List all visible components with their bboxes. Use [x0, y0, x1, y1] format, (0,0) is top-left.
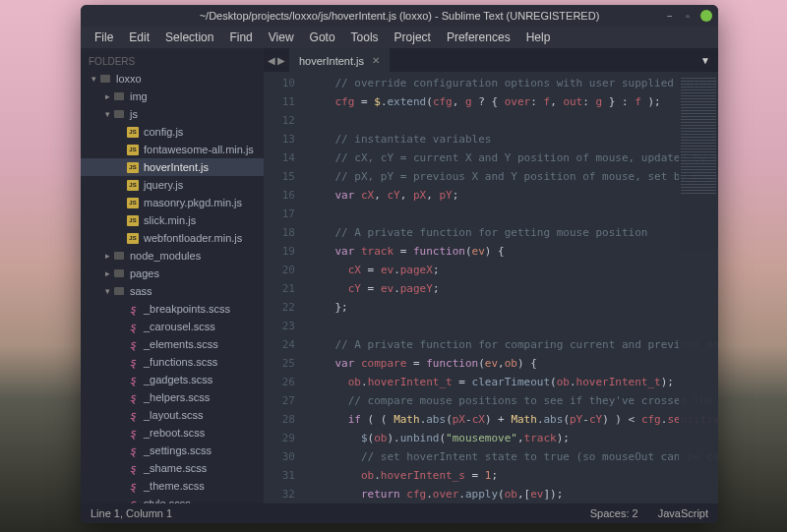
tree-file-_theme-scss[interactable]: _theme.scss — [81, 477, 264, 495]
tab-prev-icon[interactable]: ◀ — [268, 55, 275, 66]
code-line[interactable]: // set hoverIntent state to true (so mou… — [309, 447, 718, 466]
menu-goto[interactable]: Goto — [302, 28, 343, 47]
content-area: FOLDERS▾loxxo▸img▾jsconfig.jsfontawesome… — [81, 48, 718, 503]
tree-folder-js[interactable]: ▾js — [81, 105, 264, 123]
chevron-right-icon[interactable]: ▸ — [102, 268, 112, 278]
sass-file-icon — [126, 444, 140, 456]
folder-icon — [112, 108, 126, 120]
tree-file-_gadgets-scss[interactable]: _gadgets.scss — [81, 371, 264, 388]
minimap[interactable] — [679, 72, 718, 503]
app-window: ~/Desktop/projects/loxxo/js/hoverIntent.… — [81, 5, 718, 523]
code-line[interactable] — [309, 317, 718, 335]
code-line[interactable]: $(ob).unbind("mousemove",track); — [309, 429, 718, 447]
tree-file-_settings-scss[interactable]: _settings.scss — [81, 442, 264, 459]
sass-file-icon — [126, 480, 140, 492]
sass-file-icon — [126, 303, 140, 315]
menu-preferences[interactable]: Preferences — [439, 28, 518, 47]
code-line[interactable]: // A private function for getting mouse … — [309, 223, 718, 242]
line-number: 15 — [264, 167, 295, 186]
line-number: 14 — [264, 148, 295, 167]
tree-file-_carousel-scss[interactable]: _carousel.scss — [81, 318, 264, 335]
chevron-down-icon[interactable]: ▾ — [89, 74, 98, 84]
tree-file-_elements-scss[interactable]: _elements.scss — [81, 335, 264, 353]
line-number: 26 — [264, 373, 295, 391]
menu-file[interactable]: File — [87, 28, 121, 47]
tree-file-_breakpoints-scss[interactable]: _breakpoints.scss — [81, 300, 264, 318]
menu-tools[interactable]: Tools — [343, 28, 387, 47]
line-number: 12 — [264, 111, 295, 130]
tab-hoverintent[interactable]: hoverIntent.js ✕ — [289, 48, 390, 72]
tree-file-_reboot-scss[interactable]: _reboot.scss — [81, 424, 264, 442]
code-line[interactable]: // instantiate variables — [309, 130, 718, 148]
tab-next-icon[interactable]: ▶ — [277, 55, 285, 66]
menu-edit[interactable]: Edit — [121, 28, 157, 47]
menu-view[interactable]: View — [261, 28, 302, 47]
tree-folder-pages[interactable]: ▸pages — [81, 265, 264, 282]
js-file-icon — [126, 214, 140, 226]
code-line[interactable] — [309, 111, 718, 130]
code-line[interactable]: ob.hoverIntent_t = clearTimeout(ob.hover… — [309, 373, 718, 391]
code-editor[interactable]: 1011121314151617181920212223242526272829… — [264, 72, 718, 503]
code-line[interactable]: var compare = function(ev,ob) { — [309, 354, 718, 373]
tree-folder-img[interactable]: ▸img — [81, 88, 264, 105]
indent-setting[interactable]: Spaces: 2 — [590, 507, 638, 519]
code-line[interactable]: }; — [309, 298, 718, 317]
syntax-setting[interactable]: JavaScript — [658, 507, 708, 519]
tree-file-config-js[interactable]: config.js — [81, 123, 264, 141]
tree-label: _helpers.scss — [144, 391, 210, 403]
tree-file-masonry-pkgd-min-js[interactable]: masonry.pkgd.min.js — [81, 194, 264, 211]
code-line[interactable]: // pX, pY = previous X and Y position of… — [309, 167, 718, 186]
tab-close-icon[interactable]: ✕ — [372, 55, 380, 66]
tree-folder-node_modules[interactable]: ▸node_modules — [81, 247, 264, 265]
tree-label: slick.min.js — [144, 214, 196, 226]
cursor-position[interactable]: Line 1, Column 1 — [91, 507, 172, 519]
chevron-down-icon[interactable]: ▾ — [102, 109, 112, 119]
tree-file-jquery-js[interactable]: jquery.js — [81, 176, 264, 194]
sass-file-icon — [126, 321, 140, 332]
line-number: 10 — [264, 74, 295, 92]
tree-file-_shame-scss[interactable]: _shame.scss — [81, 459, 264, 477]
tab-overflow-icon[interactable]: ▼ — [693, 48, 718, 72]
chevron-down-icon[interactable]: ▾ — [102, 286, 112, 296]
tree-file-_functions-scss[interactable]: _functions.scss — [81, 353, 264, 371]
code-line[interactable]: // override configuration options with u… — [309, 74, 718, 92]
menu-selection[interactable]: Selection — [157, 28, 221, 47]
tree-folder-loxxo[interactable]: ▾loxxo — [81, 70, 264, 88]
menu-help[interactable]: Help — [518, 28, 559, 47]
code-line[interactable]: cX = ev.pageX; — [309, 261, 718, 279]
tree-folder-sass[interactable]: ▾sass — [81, 282, 264, 300]
code-line[interactable]: // compare mouse positions to see if the… — [309, 391, 718, 410]
code-line[interactable]: cfg = $.extend(cfg, g ? { over: f, out: … — [309, 92, 718, 111]
menu-project[interactable]: Project — [387, 28, 439, 47]
chevron-right-icon[interactable]: ▸ — [102, 91, 112, 101]
tab-nav-arrows[interactable]: ◀▶ — [264, 48, 289, 72]
code-line[interactable] — [309, 205, 718, 223]
line-number: 23 — [264, 317, 295, 335]
tree-file-fontawesome-all-min-js[interactable]: fontawesome-all.min.js — [81, 141, 264, 158]
tree-file-hoverIntent-js[interactable]: hoverIntent.js — [81, 158, 264, 176]
code-line[interactable]: // A private function for comparing curr… — [309, 335, 718, 354]
close-icon[interactable] — [700, 10, 712, 22]
minimize-icon[interactable]: − — [665, 11, 675, 21]
tree-file-style-scss[interactable]: style.scss — [81, 495, 264, 503]
chevron-right-icon[interactable]: ▸ — [102, 251, 112, 261]
titlebar[interactable]: ~/Desktop/projects/loxxo/js/hoverIntent.… — [81, 5, 718, 27]
tree-file-_layout-scss[interactable]: _layout.scss — [81, 406, 264, 424]
code-content[interactable]: // override configuration options with u… — [303, 72, 718, 503]
code-line[interactable]: var track = function(ev) { — [309, 242, 718, 261]
code-line[interactable]: cY = ev.pageY; — [309, 279, 718, 298]
code-line[interactable]: if ( ( Math.abs(pX-cX) + Math.abs(pY-cY)… — [309, 410, 718, 429]
code-line[interactable]: // cX, cY = current X and Y position of … — [309, 148, 718, 167]
code-line[interactable]: ob.hoverIntent_s = 1; — [309, 466, 718, 485]
tree-file-_helpers-scss[interactable]: _helpers.scss — [81, 388, 264, 406]
tree-file-slick-min-js[interactable]: slick.min.js — [81, 211, 264, 229]
js-file-icon — [126, 126, 140, 138]
line-number: 21 — [264, 279, 295, 298]
sass-file-icon — [126, 374, 140, 385]
tree-file-webfontloader-min-js[interactable]: webfontloader.min.js — [81, 229, 264, 247]
menu-find[interactable]: Find — [221, 28, 260, 47]
maximize-icon[interactable]: ▫ — [683, 11, 693, 21]
code-line[interactable]: var cX, cY, pX, pY; — [309, 186, 718, 205]
code-line[interactable]: return cfg.over.apply(ob,[ev]); — [309, 485, 718, 503]
sidebar[interactable]: FOLDERS▾loxxo▸img▾jsconfig.jsfontawesome… — [81, 48, 264, 503]
